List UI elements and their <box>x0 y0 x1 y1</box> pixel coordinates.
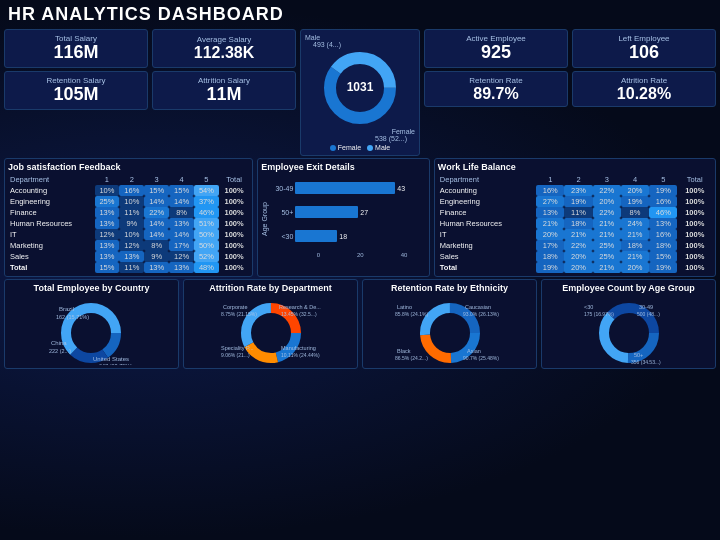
wl-value-cell: 16% <box>649 229 677 240</box>
value-cell: 14% <box>144 196 169 207</box>
female-label: Female <box>392 128 415 135</box>
value-cell: 13% <box>95 251 120 262</box>
wl-value-cell: 27% <box>536 196 564 207</box>
table-row: Total19%20%21%20%19%100% <box>438 262 712 273</box>
svg-text:Manufacturing: Manufacturing <box>281 345 316 351</box>
table-row: Sales13%13%9%12%52%100% <box>8 251 249 262</box>
value-cell: 13% <box>169 262 194 273</box>
wl-value-cell: 25% <box>593 240 621 251</box>
retention-rate-card: Retention Rate 89.7% <box>424 71 568 108</box>
value-cell: 48% <box>194 262 219 273</box>
wl-value-cell: 21% <box>564 229 592 240</box>
value-cell: 10% <box>95 185 120 196</box>
bar-lt30 <box>295 230 337 242</box>
value-cell: 100% <box>219 262 249 273</box>
svg-text:175 (16.97%): 175 (16.97%) <box>584 311 614 317</box>
value-cell: 14% <box>169 229 194 240</box>
value-cell: 14% <box>144 229 169 240</box>
table-row: Engineering25%10%14%14%37%100% <box>8 196 249 207</box>
bar-label-lt30: <30 <box>268 233 293 240</box>
bar-value-30-49: 43 <box>397 185 405 192</box>
svg-text:Black: Black <box>397 348 411 354</box>
country-donut: Brazil 162 (15.71%) China 222 (2...) Uni… <box>49 295 134 365</box>
country-card: Total Employee by Country Brazil 162 (15… <box>4 279 179 369</box>
wl-value-cell: 100% <box>677 196 712 207</box>
bar-row-30-49: 30-49 43 <box>268 182 426 194</box>
svg-text:10.11% (24.44%): 10.11% (24.44%) <box>281 352 320 358</box>
value-cell: 37% <box>194 196 219 207</box>
svg-text:9.06% (21...): 9.06% (21...) <box>221 352 250 358</box>
value-cell: 11% <box>119 207 144 218</box>
value-cell: 100% <box>219 240 249 251</box>
wl-value-cell: 21% <box>621 229 649 240</box>
value-cell: 11% <box>119 262 144 273</box>
wl-value-cell: 22% <box>593 185 621 196</box>
svg-text:30-49: 30-49 <box>639 304 653 310</box>
female-legend-dot <box>330 145 336 151</box>
exit-details-panel: Employee Exit Details Age Group 30-49 43… <box>257 158 430 277</box>
attrition-salary-value: 11M <box>206 85 241 105</box>
attrition-dept-title: Attrition Rate by Department <box>209 283 332 293</box>
value-cell: 22% <box>144 207 169 218</box>
emp-age-card: Employee Count by Age Group <30 175 (16.… <box>541 279 716 369</box>
value-cell: 25% <box>95 196 120 207</box>
total-salary-card: Total Salary 116M <box>4 29 148 68</box>
value-cell: 10% <box>119 229 144 240</box>
bar-label-30-49: 30-49 <box>268 185 293 192</box>
wl-value-cell: 100% <box>677 262 712 273</box>
value-cell: 8% <box>144 240 169 251</box>
active-emp-card: Active Employee 925 <box>424 29 568 68</box>
female-legend: Female <box>330 144 361 151</box>
wl-value-cell: 21% <box>593 218 621 229</box>
bar-row-50plus: 50+ 27 <box>268 206 426 218</box>
middle-section: Job satisfaction Feedback Department 1 2… <box>0 158 720 277</box>
attrition-salary-card: Attrition Salary 11M <box>152 71 296 110</box>
wl-value-cell: 18% <box>536 251 564 262</box>
wl-value-cell: 21% <box>536 218 564 229</box>
wl-value-cell: 25% <box>593 251 621 262</box>
female-legend-label: Female <box>338 144 361 151</box>
wl-value-cell: 19% <box>649 262 677 273</box>
value-cell: 13% <box>169 218 194 229</box>
retention-salary-value: 105M <box>53 85 98 105</box>
wl-value-cell: 100% <box>677 185 712 196</box>
wl-value-cell: 8% <box>621 207 649 218</box>
job-satisfaction-panel: Job satisfaction Feedback Department 1 2… <box>4 158 253 277</box>
svg-text:90.7% (25.48%): 90.7% (25.48%) <box>463 355 499 361</box>
gender-donut-chart: 1031 <box>320 48 400 128</box>
left-emp-value: 106 <box>629 43 659 63</box>
wl-dept-header: Department <box>438 174 536 185</box>
age-group-label: Age Group <box>261 174 268 264</box>
retention-rate-label: Retention Rate <box>469 76 522 85</box>
bar-row-lt30: <30 18 <box>268 230 426 242</box>
dept-cell: Total <box>8 262 95 273</box>
svg-text:United States: United States <box>93 356 129 362</box>
retention-ethnicity-card: Retention Rate by Ethnicity Latino 85.8%… <box>362 279 537 369</box>
table-row: Total15%11%13%13%48%100% <box>8 262 249 273</box>
svg-text:50+: 50+ <box>634 352 643 358</box>
bar-30-49 <box>295 182 395 194</box>
value-cell: 52% <box>194 251 219 262</box>
svg-text:Caucasian: Caucasian <box>465 304 491 310</box>
wl-value-cell: 21% <box>593 262 621 273</box>
dept-cell: Accounting <box>8 185 95 196</box>
job-satisfaction-table: Department 1 2 3 4 5 Total Accounting10%… <box>8 174 249 273</box>
wl-value-cell: 20% <box>621 262 649 273</box>
left-emp-card: Left Employee 106 <box>572 29 716 68</box>
dept-cell: Sales <box>8 251 95 262</box>
wl-value-cell: 18% <box>621 240 649 251</box>
wl-value-cell: 20% <box>564 251 592 262</box>
svg-text:93.0% (26.13%): 93.0% (26.13%) <box>463 311 499 317</box>
worklife-panel: Work Life Balance Department 1 2 3 4 5 T… <box>434 158 716 277</box>
gender-donut-card: Male 493 (4...) 1031 Female 538 (52...) … <box>300 29 420 156</box>
svg-text:13.45% (32.5...): 13.45% (32.5...) <box>281 311 317 317</box>
male-label: Male <box>305 34 320 41</box>
dept-cell: Engineering <box>8 196 95 207</box>
bar-label-50plus: 50+ <box>268 209 293 216</box>
wl-value-cell: 100% <box>677 229 712 240</box>
male-value: 493 (4...) <box>313 41 341 48</box>
svg-text:Speciality P...: Speciality P... <box>221 345 254 351</box>
table-row: Engineering27%19%20%19%16%100% <box>438 196 712 207</box>
wl-value-cell: 24% <box>621 218 649 229</box>
wl-dept-cell: Human Resources <box>438 218 536 229</box>
